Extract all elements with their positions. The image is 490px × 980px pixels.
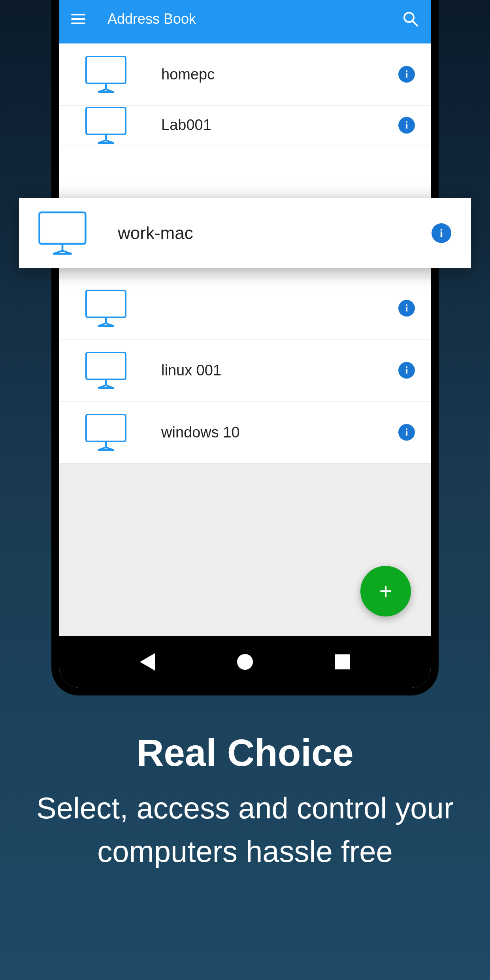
device-row[interactable]: i bbox=[59, 277, 431, 339]
info-icon[interactable]: i bbox=[398, 424, 415, 441]
phone-screen: Address Book homepc i Lab001 i bbox=[59, 0, 431, 688]
promo-subtitle: Select, access and control your computer… bbox=[24, 786, 466, 873]
search-icon[interactable] bbox=[402, 11, 419, 27]
header-strip bbox=[59, 38, 431, 43]
computer-icon bbox=[82, 55, 130, 94]
device-row[interactable]: linux 001 i bbox=[59, 339, 431, 401]
computer-icon bbox=[82, 351, 130, 390]
add-device-fab[interactable]: + bbox=[360, 566, 411, 616]
info-icon[interactable]: i bbox=[432, 223, 451, 243]
page-title: Address Book bbox=[107, 11, 402, 27]
device-row[interactable]: windows 10 i bbox=[59, 401, 431, 464]
device-name-label: windows 10 bbox=[161, 424, 398, 441]
info-icon[interactable]: i bbox=[398, 66, 415, 83]
device-name-label: Lab001 bbox=[161, 117, 398, 134]
app-bar: Address Book bbox=[59, 0, 431, 38]
hamburger-menu-icon[interactable] bbox=[71, 11, 88, 27]
info-icon[interactable]: i bbox=[398, 362, 415, 379]
device-name-label: homepc bbox=[161, 66, 398, 83]
device-row[interactable]: Lab001 i bbox=[59, 106, 431, 145]
computer-icon bbox=[35, 209, 90, 257]
device-row-highlighted[interactable]: work-mac i bbox=[19, 198, 471, 268]
nav-recent-icon[interactable] bbox=[335, 654, 350, 669]
promo-title: Real Choice bbox=[24, 731, 466, 775]
android-nav-bar bbox=[59, 636, 431, 688]
computer-icon bbox=[82, 288, 130, 328]
computer-icon bbox=[82, 413, 130, 452]
info-icon[interactable]: i bbox=[398, 300, 415, 317]
device-name-label: work-mac bbox=[118, 223, 432, 243]
nav-home-icon[interactable] bbox=[237, 654, 253, 670]
phone-frame: Address Book homepc i Lab001 i bbox=[51, 0, 439, 695]
device-name-label: linux 001 bbox=[161, 362, 398, 379]
promo-section: Real Choice Select, access and control y… bbox=[0, 731, 490, 873]
info-icon[interactable]: i bbox=[398, 117, 415, 134]
nav-back-icon[interactable] bbox=[140, 653, 155, 671]
device-row[interactable]: homepc i bbox=[59, 43, 431, 106]
plus-icon: + bbox=[379, 580, 392, 602]
computer-icon bbox=[82, 106, 130, 145]
